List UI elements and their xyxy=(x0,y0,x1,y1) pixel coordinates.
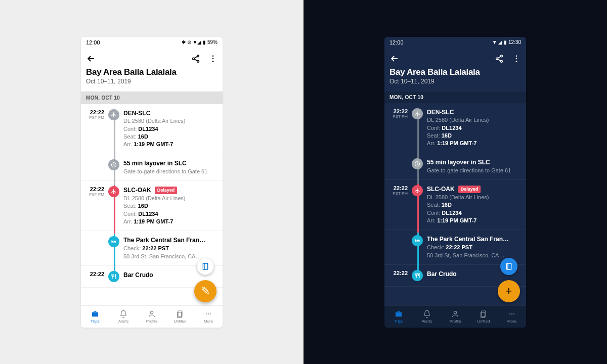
nav-profile[interactable]: Profile xyxy=(441,306,469,328)
item-time: 22:22PST PM xyxy=(384,185,408,224)
briefcase-icon xyxy=(395,310,403,318)
status-bar: 12:00 ✱ ⊘ ▼◢ ▮ 59% xyxy=(81,37,223,48)
svg-point-12 xyxy=(206,313,207,314)
more-icon[interactable] xyxy=(208,54,218,63)
nav-unfiled[interactable]: Unfiled xyxy=(469,306,498,328)
person-icon xyxy=(451,310,459,318)
item-detail: Arr. 1:19 PM GMT-7 xyxy=(123,218,218,225)
bell-icon xyxy=(423,310,431,318)
fab-secondary[interactable] xyxy=(500,258,517,275)
bottom-nav: Trips Alerts Profile Unfiled More xyxy=(81,305,223,328)
share-icon[interactable] xyxy=(191,54,200,63)
nav-trips[interactable]: Trips xyxy=(384,306,413,328)
svg-point-27 xyxy=(509,313,510,314)
nav-more[interactable]: More xyxy=(498,306,526,328)
back-icon[interactable] xyxy=(86,54,96,64)
timeline-item[interactable]: 55 min layover in SLC Gate-to-gate direc… xyxy=(384,153,526,180)
item-time: 22:22PST PM xyxy=(384,108,408,148)
doc-icon xyxy=(480,310,488,318)
nav-profile[interactable]: Profile xyxy=(138,306,166,328)
item-detail: Seat: 16D xyxy=(427,201,521,209)
nav-alerts[interactable]: Alerts xyxy=(109,306,138,328)
item-time: 22:22 xyxy=(384,270,408,281)
status-time: 12:00 xyxy=(86,39,100,46)
section-header: MON, OCT 10 xyxy=(384,92,526,103)
timeline-item[interactable]: 22:22PST PM DEN-SLC DL 2580 (Delta Air L… xyxy=(81,104,223,154)
status-bar: 12:00 ▼ ◢ ▮ 12:30 xyxy=(384,37,526,48)
timeline-item[interactable]: 55 min layover in SLC Gate-to-gate direc… xyxy=(81,154,223,181)
svg-point-20 xyxy=(516,60,517,62)
bottom-nav: Trips Alerts Profile Unfiled More xyxy=(384,305,526,328)
bed-icon xyxy=(412,235,423,246)
status-badge: Delayed xyxy=(458,186,481,193)
page-subtitle: Oct 10–11, 2019 xyxy=(389,78,521,85)
svg-point-14 xyxy=(210,313,211,314)
item-detail: Check: 22:22 PST xyxy=(427,244,521,251)
item-detail: Gate-to-gate directions to Gate 61 xyxy=(123,168,218,175)
item-detail: DL 2580 (Delta Air Lines) xyxy=(427,194,521,201)
status-indicators: ▼ ◢ ▮ 12:30 xyxy=(492,39,521,45)
item-time xyxy=(384,158,408,174)
fab-secondary[interactable] xyxy=(197,258,214,275)
timeline-item[interactable]: 22:22PST PM SLC-OAK Delayed DL 2580 (Del… xyxy=(384,180,526,230)
svg-point-18 xyxy=(516,55,517,57)
svg-point-3 xyxy=(212,55,214,57)
item-time: 22:22 xyxy=(81,271,104,282)
plane-icon xyxy=(108,109,119,120)
item-detail: Seat: 16D xyxy=(427,132,521,140)
item-time xyxy=(81,236,104,260)
phone-dark-mode: 12:00 ▼ ◢ ▮ 12:30 Bay Area Baila Lalalal… xyxy=(384,37,526,328)
item-title: 55 min layover in SLC xyxy=(427,158,490,167)
nav-alerts[interactable]: Alerts xyxy=(413,306,441,328)
svg-point-5 xyxy=(212,60,214,62)
item-title: SLC-OAK xyxy=(427,185,455,194)
more-icon[interactable] xyxy=(512,54,521,63)
clock-icon xyxy=(108,159,119,170)
app-bar: Bay Area Baila Lalalala Oct 10–11, 2019 xyxy=(81,48,223,90)
timeline-item[interactable]: 22:22PST PM SLC-OAK Delayed DL 2580 (Del… xyxy=(81,181,223,231)
status-indicators: ✱ ⊘ ▼◢ ▮ 59% xyxy=(182,39,218,45)
item-detail: Conf: DL1234 xyxy=(123,125,218,133)
bed-icon xyxy=(108,236,119,247)
nav-trips[interactable]: Trips xyxy=(81,306,109,328)
bell-icon xyxy=(119,310,127,318)
svg-rect-22 xyxy=(506,263,511,269)
plane-icon xyxy=(108,186,119,197)
svg-point-19 xyxy=(516,58,517,59)
plane-icon xyxy=(412,108,423,119)
page-subtitle: Oct 10–11, 2019 xyxy=(86,78,218,85)
item-detail: Conf: DL1234 xyxy=(427,124,521,132)
timeline-item[interactable]: 22:22PST PM DEN-SLC DL 2580 (Delta Air L… xyxy=(384,103,526,153)
svg-rect-7 xyxy=(203,263,207,269)
item-title: 55 min layover in SLC xyxy=(123,159,187,168)
phone-light-mode: 12:00 ✱ ⊘ ▼◢ ▮ 59% Bay Area Baila Lalala… xyxy=(81,37,223,328)
item-title: Bar Crudo xyxy=(123,271,153,280)
item-detail: Conf: DL1234 xyxy=(123,210,218,218)
fab-primary[interactable]: + xyxy=(498,280,520,302)
item-title: The Park Central San Fran… xyxy=(427,235,509,244)
dots-icon xyxy=(204,310,212,318)
nav-unfiled[interactable]: Unfiled xyxy=(166,306,194,328)
page-title: Bay Area Baila Lalalala xyxy=(86,67,218,77)
item-detail: Gate-to-gate directions to Gate 61 xyxy=(427,167,521,174)
item-detail: DL 2580 (Delta Air Lines) xyxy=(427,116,521,124)
page-title: Bay Area Baila Lalalala xyxy=(389,67,521,77)
svg-point-29 xyxy=(513,313,514,314)
item-title: The Park Central San Fran… xyxy=(123,236,205,245)
item-detail: Conf: DL1234 xyxy=(427,209,521,217)
item-detail: Check: 22:22 PST xyxy=(123,245,218,252)
svg-point-4 xyxy=(212,58,214,59)
item-detail: Arr. 1:19 PM GMT-7 xyxy=(123,141,218,148)
item-detail: Seat: 16D xyxy=(123,202,218,210)
back-icon[interactable] xyxy=(389,54,400,64)
share-icon[interactable] xyxy=(495,54,504,63)
fork-icon xyxy=(412,270,423,281)
svg-point-28 xyxy=(511,313,512,314)
section-header: MON, OCT 10 xyxy=(81,92,223,104)
app-bar: Bay Area Baila Lalalala Oct 10–11, 2019 xyxy=(384,48,526,90)
nav-more[interactable]: More xyxy=(194,306,223,328)
item-detail: Arr. 1:19 PM GMT-7 xyxy=(427,140,521,147)
item-time xyxy=(81,159,104,175)
fab-primary[interactable]: ✎ xyxy=(194,280,216,302)
clock-icon xyxy=(412,158,423,169)
